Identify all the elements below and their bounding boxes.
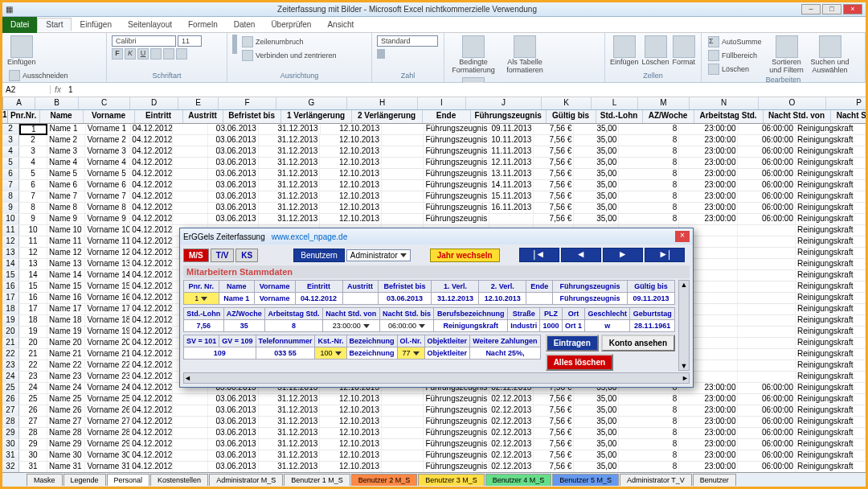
cell[interactable]: 03.06.2013 (208, 158, 259, 168)
cell[interactable]: Führungszeugnis (424, 158, 489, 168)
fill-color-icon[interactable] (163, 48, 174, 60)
cell[interactable]: Reinigungskraft (796, 360, 866, 371)
cell[interactable]: Reinigungskraft (796, 214, 866, 224)
cell[interactable] (382, 428, 424, 438)
cell[interactable]: 03.06.2013 (208, 450, 259, 461)
cell[interactable] (382, 214, 424, 224)
cell[interactable]: Name 12 (47, 248, 85, 258)
cell[interactable]: 06:00:00 (739, 124, 796, 134)
cell[interactable]: 31.12.2013 (259, 135, 321, 146)
cell[interactable]: 31.12.2013 (259, 214, 321, 224)
row-header[interactable]: 19 (2, 315, 19, 326)
cell[interactable] (738, 270, 796, 281)
cell[interactable]: 7,56 € (534, 428, 575, 438)
cell[interactable]: 23:00:00 (679, 394, 738, 405)
cell[interactable] (173, 439, 208, 450)
cell[interactable]: 04.12.2012 (130, 281, 173, 292)
cell[interactable] (382, 191, 424, 202)
cell[interactable] (738, 281, 796, 292)
cell[interactable] (382, 439, 424, 450)
cell[interactable]: Name 20 (47, 338, 85, 348)
align-right-icon[interactable] (235, 44, 237, 54)
cell[interactable]: Name 9 (47, 214, 85, 224)
sheet-tab[interactable]: Maske (27, 474, 63, 486)
cell[interactable]: 06:00:00 (738, 191, 796, 202)
cell[interactable]: Name 10 (47, 225, 85, 236)
cell[interactable]: 04.12.2012 (130, 270, 173, 281)
cell[interactable]: Name 26 (47, 405, 85, 416)
sheet-tab[interactable]: Benutzer (693, 474, 736, 486)
close-button[interactable]: × (843, 4, 862, 14)
cell[interactable]: 04.12.2012 (130, 327, 173, 337)
cell[interactable]: Reinigungskraft (796, 417, 866, 427)
cell[interactable]: Name 18 (47, 315, 85, 326)
cell[interactable]: 14 (19, 270, 47, 281)
cell[interactable] (382, 203, 424, 213)
cell[interactable]: 21 (19, 349, 47, 360)
cell[interactable]: Vorname 20 (85, 338, 130, 348)
cell[interactable]: Vorname 4 (85, 158, 130, 168)
cell[interactable] (173, 428, 208, 438)
dialog-close-button[interactable]: × (675, 231, 690, 242)
cell[interactable]: 8 (619, 450, 679, 461)
cell[interactable]: Reinigungskraft (796, 146, 866, 157)
cell[interactable]: 04.12.2012 (130, 417, 173, 427)
cell[interactable]: Vorname 3 (85, 146, 130, 157)
cell[interactable]: 30 (19, 450, 47, 461)
cell[interactable]: 03.06.2013 (208, 439, 259, 450)
row-header[interactable]: 12 (2, 236, 19, 247)
row-header[interactable]: 21 (2, 338, 19, 348)
cell[interactable]: 03.06.2013 (208, 146, 259, 157)
cell[interactable]: 03.06.2013 (208, 203, 259, 213)
row-header[interactable]: 10 (2, 214, 19, 224)
cell[interactable]: Führungszeugnis (424, 146, 489, 157)
cell[interactable]: 12.10.2013 (320, 394, 382, 405)
cell[interactable]: 7,56 € (534, 191, 575, 202)
cell[interactable]: 04.12.2012 (130, 315, 173, 326)
row-header[interactable]: 27 (2, 405, 19, 416)
cell[interactable]: Name 6 (47, 180, 85, 191)
cell[interactable] (489, 214, 533, 224)
cell[interactable]: 35,00 (574, 450, 619, 461)
cell[interactable]: 06:00:00 (738, 146, 796, 157)
cell[interactable]: 7,56 € (534, 146, 575, 157)
cell[interactable]: 06:00:00 (738, 135, 796, 146)
cell[interactable]: 06:00:00 (738, 180, 796, 191)
cell[interactable]: 7,56 € (534, 417, 575, 427)
find-select-icon[interactable] (819, 35, 841, 58)
field-header[interactable]: 1 Verlängerung (281, 110, 352, 123)
cell[interactable]: 35,00 (574, 158, 619, 168)
cell[interactable]: 31.12.2013 (259, 462, 321, 472)
cell[interactable]: Vorname 29 (85, 439, 130, 450)
sheet-tab[interactable]: Benutzer 1 M_S (284, 474, 350, 486)
cell[interactable]: Vorname 30 (85, 450, 130, 461)
cell[interactable]: 12.10.2013 (320, 180, 382, 191)
cell[interactable]: 3 (19, 146, 47, 157)
cell[interactable]: 04.12.2012 (130, 191, 173, 202)
cell[interactable]: 12.10.2013 (320, 405, 382, 416)
cell[interactable]: 12.10.2013 (320, 439, 382, 450)
cell[interactable]: 31.12.2013 (259, 203, 321, 213)
cell[interactable]: 06:00:00 (738, 405, 796, 416)
cell[interactable]: Reinigungskraft (796, 383, 866, 393)
cell[interactable]: 06:00:00 (738, 439, 796, 450)
cell[interactable]: 19 (19, 327, 47, 337)
cell[interactable]: Name 29 (47, 439, 85, 450)
cell[interactable]: 12.10.2013 (320, 191, 382, 202)
row-header[interactable]: 4 (2, 146, 19, 157)
cell[interactable]: 12.10.2013 (320, 214, 382, 224)
cell[interactable] (738, 360, 796, 371)
cell[interactable]: 12.10.2013 (320, 417, 382, 427)
col-header-L[interactable]: L (592, 97, 638, 109)
sheet-tab[interactable]: Benutzer 4 M_S (485, 474, 552, 486)
cell[interactable]: 35,00 (574, 439, 619, 450)
kst-input[interactable]: 100 (315, 347, 346, 360)
font-name-combo[interactable]: Calibri (112, 35, 176, 47)
cell[interactable]: Reinigungskraft (796, 338, 866, 348)
cell[interactable]: 7 (19, 191, 47, 202)
alles-loeschen-button[interactable]: Alles löschen (546, 354, 613, 371)
row-header[interactable]: 29 (2, 428, 19, 438)
cell[interactable]: 12.10.2013 (320, 146, 382, 157)
cell[interactable]: 8 (619, 146, 679, 157)
cell[interactable]: Vorname 26 (85, 405, 130, 416)
